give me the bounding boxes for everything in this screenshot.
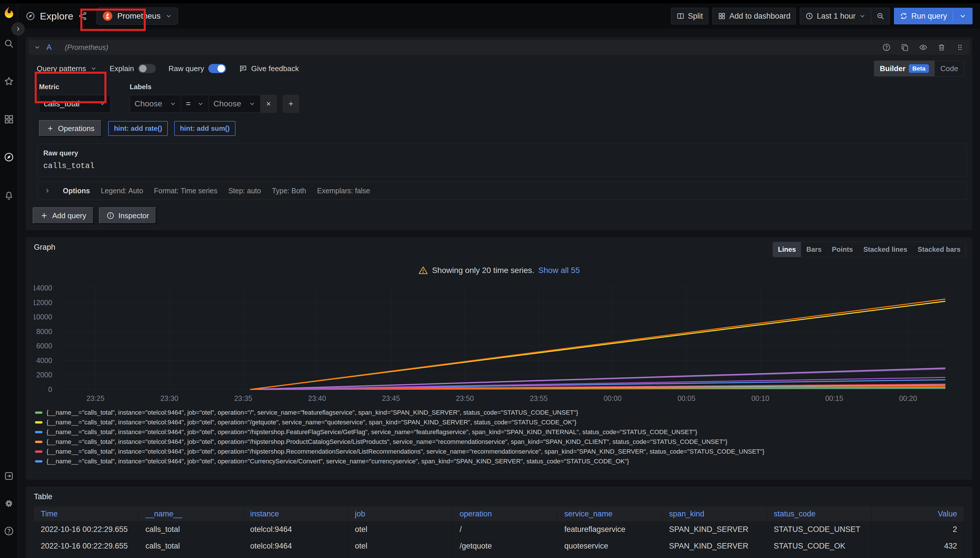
raw-query-label: Raw query bbox=[168, 64, 204, 73]
plus-icon bbox=[288, 100, 294, 107]
svg-text:2000: 2000 bbox=[36, 371, 52, 379]
raw-query-toggle[interactable] bbox=[208, 64, 226, 73]
share-icon[interactable] bbox=[78, 11, 88, 21]
sidebar-bottom bbox=[3, 470, 15, 553]
explain-toggle[interactable] bbox=[138, 64, 156, 73]
run-query-dropdown[interactable] bbox=[953, 8, 973, 25]
table-cell: /getquote bbox=[453, 538, 557, 555]
table-header-statuscode[interactable]: status_code bbox=[767, 506, 871, 521]
raw-query-preview: Raw query calls_total bbox=[37, 144, 967, 177]
label-operator-select[interactable]: = bbox=[181, 95, 209, 113]
legend-item[interactable]: {__name__="calls_total", instance="otelc… bbox=[34, 408, 964, 417]
legend-label: {__name__="calls_total", instance="otelc… bbox=[46, 409, 578, 416]
drag-handle-icon[interactable] bbox=[955, 43, 964, 52]
time-picker: Last 1 hour bbox=[800, 8, 890, 25]
metric-select[interactable]: calls_total bbox=[39, 95, 111, 113]
datasource-picker[interactable]: Prometheus bbox=[96, 7, 178, 25]
series-limit-warning: Showing only 20 time series. Show all 55 bbox=[34, 266, 964, 275]
table-cell: otel bbox=[348, 555, 453, 558]
table-cell: 2022-10-16 00:22:29.655 bbox=[34, 521, 138, 538]
options-exemplars: Exemplars: false bbox=[317, 187, 370, 195]
query-row-header[interactable]: A (Prometheus) bbox=[29, 40, 969, 55]
apps-icon[interactable] bbox=[3, 113, 15, 125]
legend-item[interactable]: {__name__="calls_total", instance="otelc… bbox=[34, 417, 964, 427]
table-header-job[interactable]: job bbox=[348, 506, 453, 521]
query-options-row[interactable]: Options Legend: Auto Format: Time series… bbox=[37, 182, 967, 200]
metric-label: Metric bbox=[39, 83, 111, 91]
graph-mode-lines[interactable]: Lines bbox=[773, 242, 801, 257]
builder-tab[interactable]: Builder Beta bbox=[874, 61, 935, 76]
eye-icon[interactable] bbox=[919, 43, 927, 52]
time-series-chart[interactable]: 23:2523:3023:3523:4023:4523:5023:5500:00… bbox=[34, 283, 947, 407]
bell-icon[interactable] bbox=[3, 189, 15, 201]
raw-query-preview-value: calls_total bbox=[43, 162, 960, 170]
table-cell: 2022-10-16 00:22:29.655 bbox=[34, 555, 138, 558]
table-header-servicename[interactable]: service_name bbox=[557, 506, 662, 521]
trash-icon[interactable] bbox=[937, 43, 946, 52]
table-cell: calls_total bbox=[138, 521, 243, 538]
chevron-down-icon bbox=[99, 100, 106, 107]
table-cell: SPAN_KIND_SERVER bbox=[662, 538, 767, 555]
compass-explore-icon[interactable] bbox=[3, 151, 15, 163]
table-cell: quoteservice bbox=[557, 538, 662, 555]
sidebar-expand-button[interactable] bbox=[12, 22, 25, 36]
svg-text:23:35: 23:35 bbox=[234, 394, 252, 402]
graph-mode-stacked-bars[interactable]: Stacked bars bbox=[913, 242, 966, 257]
code-tab[interactable]: Code bbox=[935, 61, 964, 76]
table-cell: / bbox=[453, 521, 557, 538]
copy-icon[interactable] bbox=[901, 43, 909, 52]
query-editor-panel: A (Prometheus) Query patterns Explain bbox=[26, 37, 972, 230]
graph-mode-points[interactable]: Points bbox=[827, 242, 858, 257]
question-circle-icon[interactable] bbox=[882, 43, 891, 52]
raw-query-preview-label: Raw query bbox=[43, 149, 960, 157]
split-button[interactable]: Split bbox=[671, 8, 709, 25]
chevron-down-icon bbox=[165, 13, 172, 20]
raw-query-toggle-group: Raw query bbox=[168, 64, 226, 73]
run-query-button[interactable]: Run query bbox=[894, 8, 973, 25]
add-label-filter-button[interactable] bbox=[283, 95, 299, 113]
svg-text:23:55: 23:55 bbox=[529, 394, 548, 402]
table-header-spankind[interactable]: span_kind bbox=[662, 506, 767, 521]
sign-in-icon[interactable] bbox=[3, 470, 15, 482]
collapse-chevron-icon[interactable] bbox=[34, 44, 41, 51]
table-header-operation[interactable]: operation bbox=[453, 506, 557, 521]
add-to-dashboard-button[interactable]: Add to dashboard bbox=[712, 8, 796, 25]
legend-item[interactable]: {__name__="calls_total", instance="otelc… bbox=[34, 447, 964, 456]
legend-item[interactable]: {__name__="calls_total", instance="otelc… bbox=[34, 437, 964, 447]
legend-item[interactable]: {__name__="calls_total", instance="otelc… bbox=[34, 456, 964, 466]
hint-add-sum-button[interactable]: hint: add sum() bbox=[174, 121, 235, 136]
legend-label: {__name__="calls_total", instance="otelc… bbox=[46, 419, 576, 426]
table-cell: /hipstershop.FeatureFlagServi… bbox=[453, 555, 557, 558]
table-header-instance[interactable]: instance bbox=[243, 506, 348, 521]
remove-label-filter-button[interactable] bbox=[260, 95, 276, 113]
grafana-logo[interactable] bbox=[3, 6, 15, 19]
show-all-series-link[interactable]: Show all 55 bbox=[538, 266, 580, 275]
table-header-value[interactable]: Value bbox=[871, 506, 964, 521]
hint-add-rate-button[interactable]: hint: add rate() bbox=[108, 121, 168, 136]
builder-code-switch: Builder Beta Code bbox=[874, 61, 964, 77]
label-value-select[interactable]: Choose bbox=[209, 95, 260, 113]
help-icon[interactable] bbox=[3, 525, 15, 537]
time-range-button[interactable]: Last 1 hour bbox=[800, 8, 871, 24]
star-icon[interactable] bbox=[3, 76, 15, 87]
chevron-down-icon bbox=[859, 13, 866, 20]
label-key-select[interactable]: Choose bbox=[130, 95, 181, 113]
zoom-out-time-button[interactable] bbox=[871, 8, 890, 24]
search-icon[interactable] bbox=[3, 38, 15, 49]
inspector-button[interactable]: Inspector bbox=[99, 207, 157, 224]
operations-button[interactable]: Operations bbox=[39, 120, 102, 137]
chevron-right-icon[interactable] bbox=[44, 187, 51, 194]
table-cell: SPAN_KIND_INTERNAL bbox=[662, 555, 767, 558]
explore-content: A (Prometheus) Query patterns Explain bbox=[18, 29, 980, 558]
legend-item[interactable]: {__name__="calls_total", instance="otelc… bbox=[34, 427, 964, 437]
chevron-down-icon bbox=[959, 12, 967, 20]
graph-mode-bars[interactable]: Bars bbox=[801, 242, 827, 257]
query-actions: Add query Inspector bbox=[33, 207, 969, 224]
gear-icon[interactable] bbox=[3, 498, 15, 509]
query-patterns-dropdown[interactable]: Query patterns bbox=[37, 64, 97, 73]
give-feedback-button[interactable]: Give feedback bbox=[239, 64, 299, 73]
add-query-button[interactable]: Add query bbox=[33, 207, 94, 224]
table-header-time[interactable]: Time bbox=[34, 506, 138, 521]
table-header-name[interactable]: __name__ bbox=[138, 506, 243, 521]
graph-mode-stacked-lines[interactable]: Stacked lines bbox=[858, 242, 912, 257]
